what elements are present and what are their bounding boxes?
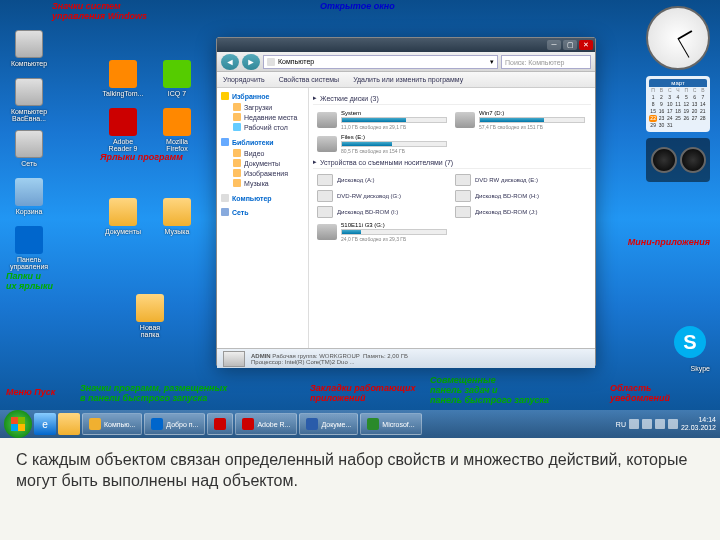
- device-item[interactable]: DVD RW дисковод (E:): [455, 174, 585, 186]
- device-item[interactable]: Дисковод BD-ROM (J:): [455, 206, 585, 218]
- lang-indicator[interactable]: RU: [616, 421, 626, 428]
- quick-ie[interactable]: e: [34, 413, 56, 435]
- tray-volume-icon[interactable]: [655, 419, 665, 429]
- sidebar-music[interactable]: Музыка: [221, 178, 304, 188]
- icon-documents[interactable]: Документы: [98, 198, 148, 235]
- explorer-window: ─ ▢ ✕ ◄ ► Компьютер ▾ Поиск: Компьютер У…: [216, 37, 596, 367]
- sidebar-desktop[interactable]: Рабочий стол: [221, 122, 304, 132]
- skype-icon[interactable]: S: [674, 326, 706, 358]
- address-text: Компьютер: [278, 58, 314, 65]
- icon-mycomputer[interactable]: Компьютер ВасЁвна...: [4, 78, 54, 122]
- computer-icon: [267, 58, 275, 66]
- sidebar-downloads[interactable]: Загрузки: [221, 102, 304, 112]
- taskbar-app-button[interactable]: Adobe R...: [235, 413, 297, 435]
- taskbar: e Компью...Добро п...Adobe R...Докуме...…: [0, 410, 720, 438]
- icon-computer[interactable]: Компьютер: [4, 30, 54, 67]
- ram-gauge-icon: [680, 147, 706, 173]
- maximize-button[interactable]: ▢: [563, 40, 577, 50]
- device-item[interactable]: Дисковод BD-ROM (H:): [455, 190, 585, 202]
- titlebar[interactable]: ─ ▢ ✕: [217, 38, 595, 52]
- taskbar-app-button[interactable]: Докуме...: [299, 413, 358, 435]
- folder-icon: [233, 103, 241, 111]
- label-mini-apps: Мини-приложения: [628, 238, 710, 248]
- toolbar: Упорядочить Свойства системы Удалить или…: [217, 72, 595, 88]
- sidebar-libraries[interactable]: Библиотеки: [221, 138, 304, 146]
- taskbar-app-button[interactable]: Компью...: [82, 413, 142, 435]
- close-button[interactable]: ✕: [579, 40, 593, 50]
- tray-network-icon[interactable]: [668, 419, 678, 429]
- taskbar-app-button[interactable]: Microsof...: [360, 413, 421, 435]
- icon-recycle-bin[interactable]: Корзина: [4, 178, 54, 215]
- app-icon: [367, 418, 379, 430]
- icon-music[interactable]: Музыка: [152, 198, 202, 235]
- app-icon: [242, 418, 254, 430]
- toolbar-organize[interactable]: Упорядочить: [223, 76, 265, 83]
- address-bar[interactable]: Компьютер ▾: [263, 55, 498, 69]
- taskbar-app-button[interactable]: Добро п...: [144, 413, 205, 435]
- drive-item[interactable]: 510E11i G3 (G:)24,0 ГБ свободно из 29,3 …: [317, 222, 447, 242]
- drive-item[interactable]: System11,0 ГБ свободно из 29,1 ГБ: [317, 110, 447, 130]
- cpu-gadget[interactable]: [646, 138, 710, 182]
- star-icon: [221, 92, 229, 100]
- start-button[interactable]: [4, 410, 32, 438]
- toolbar-uninstall[interactable]: Удалить или изменить программу: [353, 76, 463, 83]
- app-icon: [89, 418, 101, 430]
- label-folders: Папки и их ярлыки: [6, 272, 53, 292]
- cpu-gauge-icon: [651, 147, 677, 173]
- icon-adobe-reader[interactable]: Adobe Reader 9: [98, 108, 148, 152]
- label-open-window: Открытое окно: [320, 2, 395, 12]
- section-drives[interactable]: ▸ Жесткие диски (3): [313, 92, 591, 105]
- folder-icon: [233, 169, 241, 177]
- drive-icon: [317, 224, 337, 240]
- label-system-icons: Значки систем управления Windows: [52, 2, 147, 22]
- sidebar-favorites[interactable]: Избранное: [221, 92, 304, 100]
- sidebar-video[interactable]: Видео: [221, 148, 304, 158]
- icon-new-folder[interactable]: Новая папка: [125, 294, 175, 338]
- drive-item[interactable]: Files (E:)80,5 ГБ свободно из 154 ГБ: [317, 134, 447, 154]
- toolbar-properties[interactable]: Свойства системы: [279, 76, 339, 83]
- icon-icq[interactable]: ICQ 7: [152, 60, 202, 97]
- calendar-gadget[interactable]: март ПВСЧПСВ1234567891011121314151617181…: [646, 76, 710, 132]
- folder-icon: [233, 113, 241, 121]
- taskbar-app-button[interactable]: [207, 413, 233, 435]
- device-item[interactable]: Дисковод BD-ROM (I:): [317, 206, 447, 218]
- minimize-button[interactable]: ─: [547, 40, 561, 50]
- sidebar-computer[interactable]: Компьютер: [221, 194, 304, 202]
- back-button[interactable]: ◄: [221, 54, 239, 70]
- icon-talkingtom[interactable]: TalkingTom...: [98, 60, 148, 97]
- taskbar-clock[interactable]: 14:1422.03.2012: [681, 416, 716, 431]
- device-item[interactable]: DVD-RW дисковод (G:): [317, 190, 447, 202]
- clock-gadget[interactable]: [646, 6, 710, 70]
- search-input[interactable]: Поиск: Компьютер: [501, 55, 591, 69]
- calendar-month: март: [649, 79, 707, 87]
- drive-item[interactable]: Win7 (D:)57,4 ГБ свободно из 151 ГБ: [455, 110, 585, 130]
- desktop: Значки систем управления Windows Открыто…: [0, 0, 720, 438]
- device-item[interactable]: Дисковод (A:): [317, 174, 447, 186]
- icon-control-panel[interactable]: Панель управления: [4, 226, 54, 270]
- drive-icon: [317, 112, 337, 128]
- sidebar-docs[interactable]: Документы: [221, 158, 304, 168]
- quick-explorer[interactable]: [58, 413, 80, 435]
- skype-label: Skype: [691, 365, 710, 372]
- tray-icon[interactable]: [629, 419, 639, 429]
- folder-icon: [233, 159, 241, 167]
- device-icon: [455, 190, 471, 202]
- label-notif: Область уведомлений: [610, 384, 670, 404]
- sidebar-recent[interactable]: Недавние места: [221, 112, 304, 122]
- icon-firefox[interactable]: Mozilla Firefox: [152, 108, 202, 152]
- sidebar: Избранное Загрузки Недавние места Рабочи…: [217, 88, 309, 348]
- icon-network[interactable]: Сеть: [4, 130, 54, 167]
- device-icon: [317, 190, 333, 202]
- sidebar-pics[interactable]: Изображения: [221, 168, 304, 178]
- forward-button[interactable]: ►: [242, 54, 260, 70]
- device-icon: [317, 206, 333, 218]
- clock-hour-hand: [678, 30, 693, 40]
- device-icon: [317, 174, 333, 186]
- app-icon: [306, 418, 318, 430]
- chevron-down-icon[interactable]: ▾: [490, 58, 494, 66]
- device-icon: [455, 174, 471, 186]
- system-tray: RU 14:1422.03.2012: [616, 416, 716, 431]
- tray-icon[interactable]: [642, 419, 652, 429]
- section-devices[interactable]: ▸ Устройства со съемными носителями (7): [313, 156, 591, 169]
- sidebar-network[interactable]: Сеть: [221, 208, 304, 216]
